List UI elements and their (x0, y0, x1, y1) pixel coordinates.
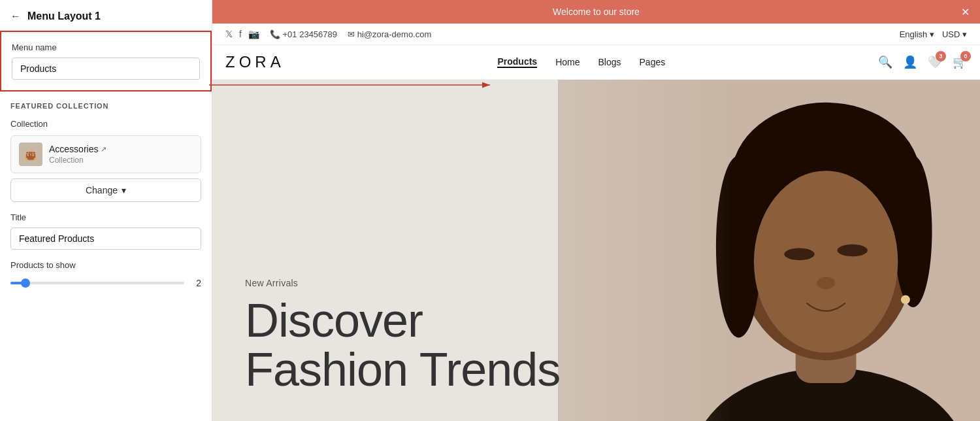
svg-point-8 (894, 156, 932, 307)
products-show-label: Products to show (10, 260, 201, 270)
chevron-down-icon: ▾ (122, 185, 126, 195)
info-bar: 𝕏 f 📷 📞 +01 23456789 ✉ hi@zora-demo.com … (212, 24, 980, 45)
currency-selector[interactable]: USD ▾ (942, 29, 967, 39)
title-input[interactable] (10, 227, 201, 250)
svg-point-13 (901, 295, 910, 304)
featured-collection-heading: FEATURED COLLECTION (10, 102, 201, 110)
chevron-down-icon: ▾ (930, 29, 934, 39)
language-selector[interactable]: English ▾ (900, 29, 934, 39)
nav-link-blogs[interactable]: Blogs (598, 57, 621, 67)
collection-type: Collection (49, 156, 106, 165)
nav-link-pages[interactable]: Pages (640, 57, 666, 67)
hero-text: New Arrivals Discover Fashion Trends (212, 252, 593, 421)
slider-row: 2 (10, 278, 201, 288)
menu-name-label: Menu name (12, 42, 200, 52)
panel-title: Menu Layout 1 (27, 10, 101, 22)
title-label: Title (10, 212, 201, 222)
store-logo: ZORA (225, 53, 285, 71)
nav-actions: 🔍 👤 🤍 3 🛒 0 (878, 55, 967, 69)
title-section: Title (0, 212, 212, 260)
search-icon[interactable]: 🔍 (878, 55, 892, 69)
cart-badge: 0 (960, 51, 971, 61)
nav-link-products[interactable]: Products (497, 56, 537, 68)
svg-point-9 (754, 171, 898, 352)
announcement-bar: Welcome to our store ✕ (212, 0, 980, 24)
cart-icon[interactable]: 🛒 0 (953, 55, 967, 69)
svg-point-11 (837, 244, 867, 257)
slider-value: 2 (191, 278, 201, 288)
account-icon[interactable]: 👤 (903, 55, 917, 69)
menu-name-input[interactable] (12, 58, 200, 80)
instagram-icon[interactable]: 📷 (248, 29, 259, 39)
social-icons: 𝕏 f 📷 (225, 29, 259, 39)
left-panel: ← Menu Layout 1 Menu name FEATURED COLLE… (0, 0, 212, 421)
phone-text: 📞 +01 23456789 (270, 29, 337, 39)
panel-header: ← Menu Layout 1 (0, 0, 212, 31)
hero-title: Discover Fashion Trends (245, 296, 560, 395)
products-show-section: Products to show 2 (0, 260, 212, 299)
hero-image (558, 80, 980, 421)
slider-thumb[interactable] (21, 278, 30, 288)
nav-links: Products Home Blogs Pages (497, 56, 665, 68)
featured-collection-section: FEATURED COLLECTION Collection 👜 Accesso… (0, 92, 212, 212)
collection-thumbnail: 👜 (19, 143, 42, 166)
twitter-icon[interactable]: 𝕏 (225, 29, 233, 39)
hero-section: New Arrivals Discover Fashion Trends (212, 80, 980, 421)
info-bar-left: 𝕏 f 📷 📞 +01 23456789 ✉ hi@zora-demo.com (225, 29, 431, 39)
wishlist-icon[interactable]: 🤍 3 (928, 55, 942, 69)
collection-label: Collection (10, 119, 201, 129)
announcement-text: Welcome to our store (553, 7, 640, 17)
collection-name: Accessories ↗ (49, 144, 106, 154)
email-text: ✉ hi@zora-demo.com (348, 29, 431, 39)
chevron-down-icon: ▾ (962, 29, 967, 39)
facebook-icon[interactable]: f (239, 29, 242, 39)
external-link-icon: ↗ (101, 145, 106, 154)
nav-bar: ZORA Products Home Blogs Pages 🔍 👤 🤍 3 🛒… (212, 45, 980, 80)
slider-track (10, 282, 184, 284)
announcement-close-button[interactable]: ✕ (961, 6, 970, 18)
svg-point-10 (784, 248, 814, 261)
menu-name-section: Menu name (0, 31, 212, 92)
wishlist-badge: 3 (936, 51, 946, 61)
change-button-label: Change (86, 185, 118, 195)
svg-point-12 (817, 277, 835, 290)
info-bar-right: English ▾ USD ▾ (900, 29, 967, 39)
change-button[interactable]: Change ▾ (10, 178, 201, 202)
back-button[interactable]: ← (10, 10, 21, 22)
right-panel: Welcome to our store ✕ 𝕏 f 📷 📞 +01 23456… (212, 0, 980, 421)
hero-subtitle: New Arrivals (245, 278, 560, 288)
collection-item: 👜 Accessories ↗ Collection (10, 135, 201, 173)
nav-link-home[interactable]: Home (555, 57, 580, 67)
